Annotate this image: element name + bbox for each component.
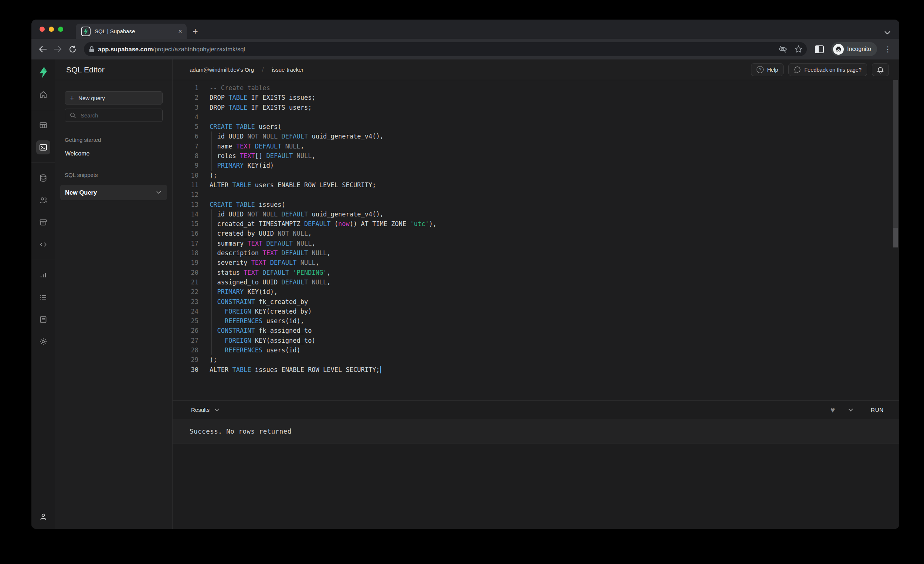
line-number: 23 [172,297,198,307]
password-hidden-icon[interactable] [778,45,787,53]
table-editor-icon[interactable] [36,118,50,132]
indent-guide [212,132,212,171]
tab-strip: SQL | Supabase × + [32,19,899,39]
code-text: REFERENCES users(id), [210,316,304,326]
database-icon[interactable] [36,171,50,185]
browser-menu-icon[interactable]: ⋮ [882,43,894,55]
breadcrumb-org[interactable]: adam@windmill.dev's Org [190,66,254,73]
bell-icon [877,66,884,73]
code-text: created_by UUID NOT NULL, [210,229,312,238]
code-text: id UUID NOT NULL DEFAULT uuid_generate_v… [210,132,384,141]
nav-rail [32,60,55,529]
line-number: 25 [172,316,198,326]
line-number: 3 [172,103,198,112]
side-panel-icon[interactable] [815,45,824,53]
chevron-down-icon[interactable] [215,408,219,411]
code-text: DROP TABLE IF EXISTS users; [210,103,312,112]
plus-icon: + [70,94,74,102]
new-query-button-label: New query [78,95,105,101]
minimize-window-button[interactable] [49,27,54,32]
code-line: 15 created_at TIMESTAMPTZ DEFAULT (now()… [172,219,899,229]
sidebar-item-welcome[interactable]: Welcome [64,150,163,157]
line-number: 20 [172,268,198,277]
storage-icon[interactable] [36,215,50,229]
snippet-label: New Query [65,189,97,196]
code-line: 18 description TEXT DEFAULT NULL, [172,248,899,258]
rail-divider [32,110,55,110]
line-number: 27 [172,336,198,346]
browser-tab[interactable]: SQL | Supabase × [76,24,187,39]
code-text: FOREIGN KEY(created_by) [210,307,312,316]
help-label: Help [767,67,778,73]
feedback-button[interactable]: Feedback on this page? [788,63,867,76]
results-tab[interactable]: Results [191,407,210,413]
supabase-app: SQL Editor + New query Search Getting st… [32,60,899,529]
sidebar-item-new-query[interactable]: New Query [60,185,167,200]
page-title: SQL Editor [66,65,105,74]
browser-window: SQL | Supabase × + app.supabase.com/proj… [32,19,899,529]
reload-button[interactable] [66,43,79,55]
incognito-label: Incognito [847,46,871,52]
bookmark-star-icon[interactable] [795,45,802,53]
settings-gear-icon[interactable] [36,335,50,349]
line-number: 21 [172,277,198,287]
code-text: ); [210,171,217,180]
line-number: 16 [172,229,198,238]
sql-editor[interactable]: 1-- Create tables2DROP TABLE IF EXISTS i… [172,80,899,400]
url-text: app.supabase.com/project/azahtnhqohyjerz… [98,46,775,53]
search-input[interactable]: Search [64,109,163,122]
code-line: 23 CONSTRAINT fk_created_by [172,297,899,307]
edge-functions-icon[interactable] [36,238,50,251]
new-query-button[interactable]: + New query [64,91,163,105]
zoom-window-button[interactable] [58,27,63,32]
line-number: 30 [172,365,198,374]
code-text: created_at TIMESTAMPTZ DEFAULT (now() AT… [210,219,436,229]
supabase-logo-icon[interactable] [36,65,50,79]
sidebar-header: SQL Editor [55,60,172,80]
supabase-favicon-icon [81,27,90,36]
line-number: 22 [172,287,198,296]
code-line: 5CREATE TABLE users( [172,122,899,132]
code-line: 27 FOREIGN KEY(assigned_to) [172,336,899,346]
sql-editor-icon[interactable] [36,141,50,154]
auth-users-icon[interactable] [36,193,50,207]
line-number: 18 [172,248,198,258]
line-number: 28 [172,346,198,355]
notifications-button[interactable] [872,63,889,76]
account-icon[interactable] [36,510,50,524]
code-text: name TEXT DEFAULT NULL, [210,141,304,151]
feedback-label: Feedback on this page? [804,67,861,73]
run-button[interactable]: RUN [866,407,888,413]
url-bar[interactable]: app.supabase.com/project/azahtnhqohyjerz… [84,42,807,56]
tab-close-icon[interactable]: × [178,28,182,35]
line-number: 17 [172,239,198,248]
chevron-down-icon[interactable] [848,408,853,411]
line-number: 29 [172,355,198,365]
reports-icon[interactable] [36,268,50,282]
getting-started-section-label: Getting started [64,137,163,143]
code-text: ALTER TABLE users ENABLE ROW LEVEL SECUR… [210,180,376,190]
editor-scrollbar[interactable] [893,80,898,247]
api-docs-icon[interactable] [36,313,50,326]
code-line: 16 created_by UUID NOT NULL, [172,229,899,238]
home-icon[interactable] [36,88,50,102]
breadcrumb-project[interactable]: issue-tracker [272,66,303,73]
code-text: assigned_to UUID DEFAULT NULL, [210,277,331,287]
code-line: 17 summary TEXT DEFAULT NULL, [172,239,899,248]
code-line: 29); [172,355,899,365]
code-line: 1-- Create tables [172,83,899,93]
line-number: 13 [172,200,198,209]
tab-list-chevron-icon[interactable] [885,31,890,34]
new-tab-button[interactable]: + [192,27,198,36]
close-window-button[interactable] [39,27,45,32]
favorite-heart-icon[interactable]: ♥ [831,405,835,414]
help-button[interactable]: ? Help [751,63,783,76]
line-number: 12 [172,190,198,199]
line-number: 10 [172,171,198,180]
code-text: ); [210,355,217,365]
back-button[interactable] [37,43,49,55]
forward-button[interactable] [51,43,64,55]
code-text: DROP TABLE IF EXISTS issues; [210,93,316,102]
logs-icon[interactable] [36,290,50,304]
chevron-down-icon [156,191,161,194]
